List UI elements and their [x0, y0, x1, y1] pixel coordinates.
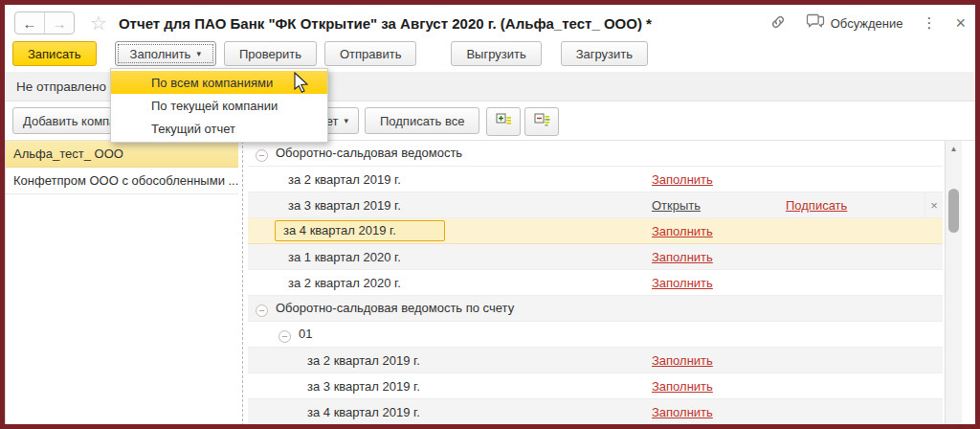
row-close-cell: [924, 218, 943, 243]
fill-link[interactable]: Заполнить: [652, 379, 713, 394]
forward-button[interactable]: →: [44, 12, 74, 34]
row-close-cell: [924, 167, 943, 192]
report-row[interactable]: за 2 квартал 2019 г.Заполнить: [248, 348, 943, 373]
row-label: за 3 квартал 2019 г.: [307, 379, 420, 394]
row-label: за 2 квартал 2020 г.: [288, 276, 401, 290]
export-button[interactable]: Выгрузить: [451, 41, 541, 66]
discussion-button[interactable]: Обсуждение: [806, 13, 903, 34]
fill-link[interactable]: Заполнить: [652, 405, 713, 419]
row-label: за 4 квартал 2019 г.: [307, 405, 420, 419]
vertical-scrollbar[interactable]: ▲: [945, 141, 962, 426]
fill-link[interactable]: Заполнить: [652, 353, 713, 368]
action-cell: Заполнить: [652, 172, 786, 187]
fill-link[interactable]: Заполнить: [652, 172, 713, 187]
report-row[interactable]: за 4 квартал 2019 г.Заполнить: [248, 218, 943, 244]
report-row[interactable]: за 3 квартал 2019 г.ОткрытьПодписать×: [248, 192, 943, 218]
fill-dropdown-button[interactable]: Заполнить▾: [115, 41, 216, 66]
row-close-cell: [924, 348, 943, 373]
fill-menu-item[interactable]: Текущий отчет: [111, 117, 327, 140]
check-button[interactable]: Проверить: [224, 41, 317, 66]
report-row-name: за 1 квартал 2020 г.: [248, 250, 652, 264]
row-label: за 3 квартал 2019 г.: [288, 198, 401, 213]
report-row-name: за 3 квартал 2019 г.: [248, 379, 652, 394]
discussion-icon: [806, 13, 825, 34]
send-button[interactable]: Отправить: [324, 41, 416, 66]
action-cell: Заполнить: [652, 276, 786, 290]
report-group-row[interactable]: −Оборотно-сальдовая ведомость: [248, 141, 943, 167]
import-button[interactable]: Загрузить: [561, 41, 648, 66]
report-group-row[interactable]: −01: [248, 322, 943, 348]
discussion-label: Обсуждение: [831, 16, 903, 31]
fill-menu-item[interactable]: По всем компаниями: [111, 71, 327, 94]
status-text: Не отправлено: [16, 79, 106, 94]
company-name: Конфетпром ООО с обособленными ...: [13, 173, 238, 188]
collapse-group-icon[interactable]: −: [256, 149, 268, 162]
row-label: за 1 квартал 2020 г.: [288, 250, 401, 264]
back-button[interactable]: ←: [15, 12, 44, 34]
action-cell: Заполнить: [652, 250, 786, 264]
collapse-group-icon[interactable]: −: [256, 305, 268, 317]
chevron-down-icon: ▾: [196, 49, 201, 58]
report-row[interactable]: за 2 квартал 2019 г.Заполнить: [248, 167, 943, 192]
report-row[interactable]: за 4 квартал 2019 г.Заполнить: [248, 399, 943, 425]
app-window: ← → ☆ Отчет для ПАО Банк "ФК Открытие" з…: [0, 0, 980, 429]
company-list-item[interactable]: Конфетпром ООО с обособленными ...: [6, 168, 238, 194]
action-cell: Заполнить: [652, 224, 786, 238]
panel-splitter[interactable]: [238, 141, 248, 426]
sign-all-button[interactable]: Подписать все: [365, 107, 479, 134]
expand-all-icon: [496, 113, 512, 131]
save-button[interactable]: Записать: [12, 41, 97, 66]
report-row-name: за 4 квартал 2019 г.: [248, 405, 652, 419]
report-row-name: −Оборотно-сальдовая ведомость по счету: [248, 301, 943, 317]
history-nav: ← →: [14, 11, 75, 34]
favorite-star-icon[interactable]: ☆: [90, 13, 107, 33]
row-label: за 2 квартал 2019 г.: [288, 172, 401, 187]
report-row[interactable]: за 2 квартал 2020 г.Заполнить: [248, 270, 943, 296]
selected-cell: за 4 квартал 2019 г.: [275, 220, 445, 241]
collapse-all-icon: [534, 113, 550, 131]
main-area: Альфа_тест_ ОООКонфетпром ООО с обособле…: [5, 140, 975, 426]
fill-menu-item[interactable]: По текущей компании: [111, 94, 327, 117]
report-row-name: −Оборотно-сальдовая ведомость: [248, 146, 943, 162]
action-cell: Заполнить: [652, 379, 786, 394]
report-group-row[interactable]: −Оборотно-сальдовая ведомость по счету: [248, 296, 943, 322]
right-gap: [962, 141, 975, 426]
collapse-all-groups-button[interactable]: [524, 107, 559, 136]
report-row-name: за 3 квартал 2019 г.: [248, 198, 652, 213]
fill-link[interactable]: Заполнить: [652, 250, 713, 264]
row-close-cell: [924, 373, 943, 398]
scrollbar-thumb[interactable]: [948, 189, 959, 233]
report-row[interactable]: за 3 квартал 2019 г.Заполнить: [248, 373, 943, 399]
collapse-group-icon[interactable]: −: [278, 330, 291, 343]
sign-link[interactable]: Подписать: [786, 198, 847, 213]
row-label: за 2 квартал 2019 г.: [307, 353, 420, 368]
action-cell: Заполнить: [652, 405, 786, 419]
fill-link[interactable]: Заполнить: [652, 224, 713, 238]
open-link[interactable]: Открыть: [652, 198, 701, 213]
scroll-up-icon[interactable]: ▲: [946, 141, 962, 156]
link-icon[interactable]: [769, 13, 787, 34]
company-list-item[interactable]: Альфа_тест_ ООО: [6, 141, 238, 168]
report-row-name: за 2 квартал 2019 г.: [248, 172, 652, 187]
report-row-name: −01: [248, 327, 943, 343]
company-list: Альфа_тест_ ОООКонфетпром ООО с обособле…: [5, 141, 238, 426]
action-cell-2: Подписать: [786, 198, 924, 213]
group-label: 01: [299, 327, 312, 341]
row-close-icon[interactable]: ×: [930, 198, 938, 213]
group-label: Оборотно-сальдовая ведомость: [276, 146, 462, 160]
row-close-cell: [924, 399, 943, 424]
report-table: −Оборотно-сальдовая ведомостьза 2 кварта…: [248, 141, 962, 426]
row-close-cell: ×: [924, 192, 943, 217]
expand-all-groups-button[interactable]: [486, 107, 521, 136]
add-company-button[interactable]: Добавить компа: [12, 107, 120, 134]
action-cell: Заполнить: [652, 353, 786, 368]
fill-link[interactable]: Заполнить: [652, 276, 713, 290]
action-cell: Открыть: [652, 198, 786, 213]
row-close-cell: [924, 270, 943, 295]
report-row-name: за 2 квартал 2019 г.: [248, 353, 652, 368]
close-icon[interactable]: ×: [955, 14, 966, 32]
row-close-cell: [924, 244, 943, 269]
kebab-menu-icon[interactable]: ⋮: [922, 14, 936, 32]
report-row[interactable]: за 1 квартал 2020 г.Заполнить: [248, 244, 943, 270]
report-row-name: за 4 квартал 2019 г.: [248, 220, 652, 241]
